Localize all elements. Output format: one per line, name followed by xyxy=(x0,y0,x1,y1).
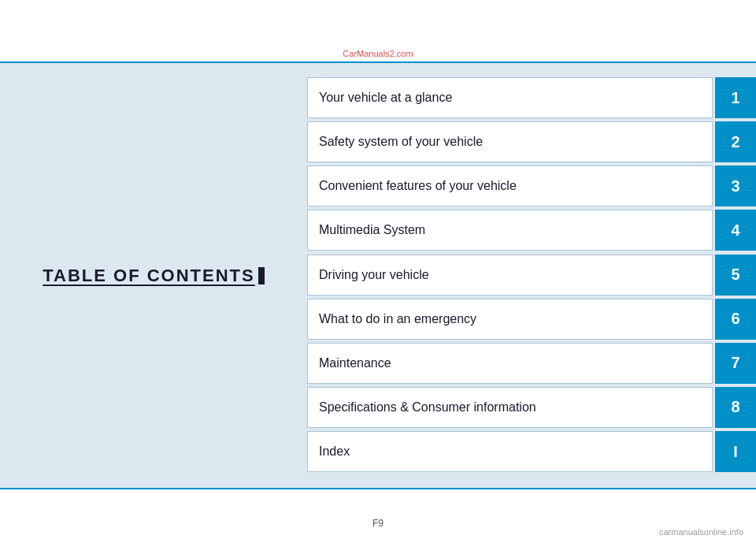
toc-row[interactable]: Your vehicle at a glance1 xyxy=(307,77,756,118)
page-footer: F9 xyxy=(0,518,756,529)
toc-row-label: Multimedia System xyxy=(307,210,713,251)
toc-title-text: TABLE OF CONTENTS xyxy=(43,266,254,286)
toc-row-label: Maintenance xyxy=(307,343,713,384)
right-panel: Your vehicle at a glance1Safety system o… xyxy=(307,63,756,488)
toc-row-label: Convenient features of your vehicle xyxy=(307,166,713,206)
toc-row-number: I xyxy=(715,431,756,472)
bottom-logo: carmanualsonline.info xyxy=(659,527,743,537)
toc-row-label: Safety system of your vehicle xyxy=(307,121,713,162)
toc-row[interactable]: Safety system of your vehicle2 xyxy=(307,121,756,162)
toc-row[interactable]: Specifications & Consumer information8 xyxy=(307,387,756,428)
toc-row-number: 6 xyxy=(715,299,756,340)
watermark-text: CarManuals2.com xyxy=(343,49,413,58)
toc-row-label: Specifications & Consumer information xyxy=(307,387,713,428)
toc-row[interactable]: Convenient features of your vehicle3 xyxy=(307,166,756,206)
toc-row-number: 4 xyxy=(715,210,756,251)
watermark: CarManuals2.com xyxy=(343,49,413,58)
toc-row-number: 3 xyxy=(715,166,756,206)
page-number: F9 xyxy=(372,518,384,529)
left-panel: TABLE OF CONTENTS xyxy=(0,63,307,488)
toc-cursor xyxy=(258,267,265,285)
toc-row-number: 2 xyxy=(715,121,756,162)
toc-row-label: Index xyxy=(307,431,713,472)
toc-row[interactable]: IndexI xyxy=(307,431,756,472)
toc-row-label: Your vehicle at a glance xyxy=(307,77,713,118)
main-container: TABLE OF CONTENTS Your vehicle at a glan… xyxy=(0,63,756,488)
toc-row[interactable]: What to do in an emergency6 xyxy=(307,299,756,340)
toc-title: TABLE OF CONTENTS xyxy=(43,266,264,286)
toc-row-number: 1 xyxy=(715,77,756,118)
toc-row[interactable]: Maintenance7 xyxy=(307,343,756,384)
toc-row-number: 5 xyxy=(715,255,756,296)
bottom-divider xyxy=(0,488,756,489)
toc-row-label: What to do in an emergency xyxy=(307,299,713,340)
toc-row[interactable]: Multimedia System4 xyxy=(307,210,756,251)
toc-row-number: 7 xyxy=(715,343,756,384)
toc-row[interactable]: Driving your vehicle5 xyxy=(307,255,756,296)
toc-row-label: Driving your vehicle xyxy=(307,255,713,296)
toc-row-number: 8 xyxy=(715,387,756,428)
